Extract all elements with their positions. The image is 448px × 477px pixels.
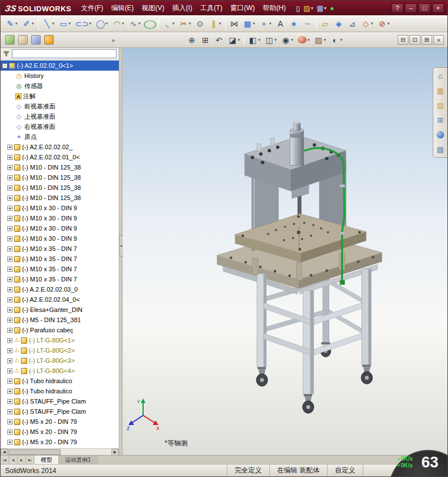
dropdown-arrow-icon[interactable]: ▾: [324, 37, 326, 42]
tree-part-item[interactable]: +(-) M10 - DIN 125_38: [1, 172, 119, 183]
tab-scroll-button-3[interactable]: ▶: [18, 456, 26, 464]
tree-item-front-plane[interactable]: ◇前视基准面: [1, 101, 119, 111]
tree-part-item[interactable]: +⚠(-) LT-G-80G<1>: [1, 335, 119, 345]
expander-icon[interactable]: +: [7, 358, 12, 363]
dropdown-arrow-icon[interactable]: ▾: [173, 21, 175, 26]
tree-part-item[interactable]: +(-) A2.E.02.02.02_: [1, 142, 119, 152]
quick-snaps-icon[interactable]: ◇▾: [359, 17, 376, 31]
expander-icon[interactable]: +: [7, 389, 12, 394]
minimize-button[interactable]: –: [405, 3, 417, 13]
point-icon[interactable]: ∗: [287, 17, 301, 31]
dropdown-arrow-icon[interactable]: ▾: [371, 21, 373, 26]
view-orientation-icon[interactable]: ◧▾: [246, 33, 262, 47]
dropdown-arrow-icon[interactable]: ▾: [106, 21, 108, 26]
save-icon[interactable]: ▦▾: [315, 2, 328, 14]
tree-part-item[interactable]: +(-) M5 x 20 - DIN 79: [1, 437, 119, 447]
tree-part-item[interactable]: +(-) STAUFF_Pipe Clam: [1, 396, 119, 406]
tree-part-item[interactable]: +(-) M10 x 35 - DIN 7: [1, 264, 119, 274]
expander-icon[interactable]: +: [7, 246, 12, 251]
no-external-references-icon[interactable]: ⊘▾: [376, 17, 392, 31]
tree-filter-input[interactable]: [12, 49, 117, 58]
trim-entities-icon[interactable]: ✂▾: [177, 17, 193, 31]
straight-slot-icon[interactable]: ⊂⊃▾: [73, 17, 93, 31]
tree-part-item[interactable]: +(-) M10 x 30 - DIN 9: [1, 223, 119, 233]
tree-part-item[interactable]: +⚠(-) LT-G-80G<4>: [1, 366, 119, 376]
centerline-icon[interactable]: ┄: [301, 17, 315, 31]
expander-icon[interactable]: -: [2, 63, 7, 68]
rebuild-traffic-light-icon[interactable]: ●: [328, 2, 336, 14]
tree-part-item[interactable]: +(-) Tubo hidraulico: [1, 376, 119, 386]
tree-part-item[interactable]: +(-) M10 - DIN 125_38: [1, 193, 119, 203]
tree-part-item[interactable]: +(-) A2.E.02.02.01_0<: [1, 152, 119, 162]
scroll-right-button[interactable]: ▶: [111, 449, 119, 456]
ellipse-icon[interactable]: ◯: [143, 17, 157, 31]
mirror-entities-icon[interactable]: ⋈: [227, 17, 241, 31]
dropdown-arrow-icon[interactable]: ▾: [311, 6, 313, 11]
tab-scroll-button-1[interactable]: |◀: [1, 456, 9, 464]
close-button[interactable]: ×: [432, 3, 444, 13]
graphics-viewport[interactable]: ⌂▥▨⊞▤ Y X Z *等轴测: [123, 48, 447, 455]
scroll-thumb[interactable]: [8, 449, 61, 455]
expander-icon[interactable]: +: [7, 206, 12, 211]
tree-part-item[interactable]: +(-) M10 x 30 - DIN 9: [1, 213, 119, 223]
dropdown-arrow-icon[interactable]: ▾: [139, 21, 141, 26]
expander-icon[interactable]: +: [7, 226, 12, 231]
sketch-icon[interactable]: ✎▾: [3, 17, 20, 31]
sketch-text-icon[interactable]: A: [274, 17, 287, 31]
tree-part-item[interactable]: +(-) M10 x 35 - DIN 7: [1, 254, 119, 264]
tree-part-item[interactable]: +(-) M10 x 30 - DIN 9: [1, 203, 119, 213]
assembly-3d-model[interactable]: [123, 48, 447, 455]
featuremanager-tab[interactable]: [5, 35, 15, 45]
tree-part-item[interactable]: +(-) A.2.E.02.02.03_0: [1, 284, 119, 294]
expander-icon[interactable]: +: [7, 379, 12, 384]
view-palette-icon[interactable]: ⊞: [436, 115, 446, 125]
linear-sketch-pattern-icon[interactable]: ▦▾: [241, 17, 257, 31]
solidworks-resources-icon[interactable]: ⌂: [436, 71, 446, 81]
menu-item-5[interactable]: 工具(T): [196, 1, 226, 15]
dropdown-arrow-icon[interactable]: ▾: [387, 21, 390, 26]
tree-part-item[interactable]: +(-) M10 x 30 - DIN 9: [1, 233, 119, 244]
tree-part-item[interactable]: +(-) A2.E.02.02.04_0<: [1, 294, 119, 305]
zoom-fit-icon[interactable]: ⊕: [185, 33, 199, 47]
dropdown-arrow-icon[interactable]: ▾: [291, 37, 293, 42]
expander-icon[interactable]: +: [7, 145, 12, 150]
panel-overflow-chevron[interactable]: »: [111, 37, 115, 44]
expander-icon[interactable]: +: [7, 185, 12, 190]
sketch-fillet-icon[interactable]: ◟▾: [161, 17, 177, 31]
model-tab[interactable]: 模型: [35, 456, 59, 464]
dropdown-arrow-icon[interactable]: ▾: [68, 21, 71, 26]
dropdown-arrow-icon[interactable]: ▾: [340, 37, 342, 42]
corner-rectangle-icon[interactable]: ▭▾: [57, 17, 73, 31]
smart-dimension-icon[interactable]: ✐▾: [20, 17, 36, 31]
expander-icon[interactable]: +: [7, 297, 12, 302]
propertymanager-tab[interactable]: [18, 35, 28, 45]
line-icon[interactable]: ╲▾: [40, 17, 57, 31]
display-style-icon[interactable]: ◫▾: [262, 33, 279, 47]
expander-icon[interactable]: +: [7, 338, 12, 343]
dropdown-arrow-icon[interactable]: ▾: [274, 37, 277, 42]
instant2d-icon[interactable]: ◈: [332, 17, 346, 31]
tree-part-item[interactable]: +(-) M5 x 20 - DIN 79: [1, 417, 119, 427]
3d-sketch-icon[interactable]: ⊿: [346, 17, 359, 31]
expander-icon[interactable]: +: [7, 236, 12, 241]
view-settings-icon[interactable]: ◐▾: [328, 33, 344, 47]
expander-icon[interactable]: +: [7, 165, 12, 170]
offset-entities-icon[interactable]: ∥▾: [207, 17, 223, 31]
dropdown-arrow-icon[interactable]: ▾: [307, 37, 309, 42]
dropdown-arrow-icon[interactable]: ▾: [52, 21, 54, 26]
expander-icon[interactable]: +: [7, 155, 12, 160]
tree-part-item[interactable]: +⚠(-) LT-G-80G<2>: [1, 345, 119, 355]
dropdown-arrow-icon[interactable]: ▾: [89, 21, 92, 26]
tree-part-item[interactable]: +(-) M10 - DIN 125_38: [1, 162, 119, 172]
expander-icon[interactable]: +: [7, 348, 12, 353]
convert-entities-icon[interactable]: ⊙: [193, 17, 207, 31]
dropdown-arrow-icon[interactable]: ▾: [15, 21, 18, 26]
open-icon[interactable]: ▨▾: [301, 2, 315, 14]
tree-part-item[interactable]: +(-) Tubo hidraulico: [1, 386, 119, 396]
menu-item-1[interactable]: 文件(F): [77, 1, 107, 15]
tree-part-item[interactable]: +(-) M5 - DIN 125_381: [1, 315, 119, 325]
tree-item-origin[interactable]: ⌖原点: [1, 132, 119, 142]
tree-item-sensors[interactable]: ◎传感器: [1, 81, 119, 91]
tree-root-item[interactable]: -(-) A2.E.02.02_0<1>: [1, 60, 119, 71]
custom-properties-icon[interactable]: ▤: [436, 144, 446, 154]
